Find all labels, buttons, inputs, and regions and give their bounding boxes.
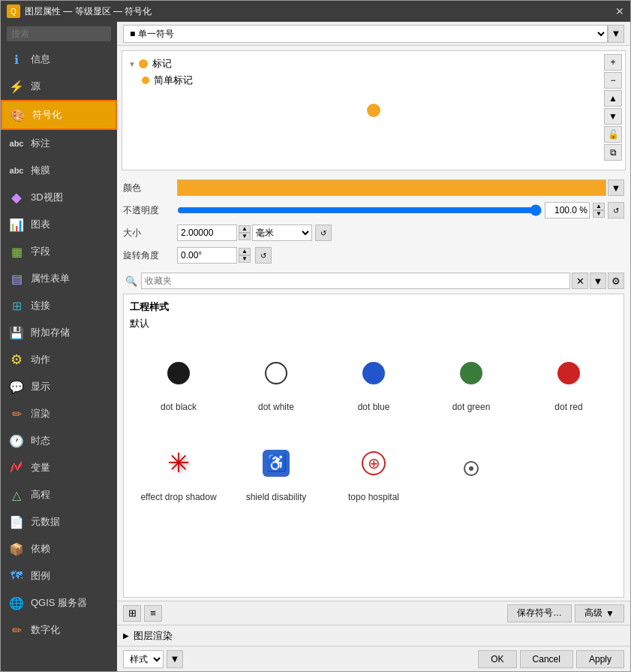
sidebar-item-elevation[interactable]: △ 高程 (1, 481, 117, 508)
dot-red-shape (557, 362, 580, 384)
symbol-cell-dot-blue[interactable]: dot blue (325, 336, 422, 426)
symbol-cell-effect-drop-shadow[interactable]: ✳ effect drop shadow (130, 426, 227, 517)
sidebar: ℹ 信息 ⚡ 源 🎨 符号化 abc 标注 abc 掩膜 ◆ 3D视图 (1, 22, 117, 671)
symbol-cell-topo-hospital[interactable]: ⊕ topo hospital (325, 426, 422, 517)
list-view-button[interactable]: ≡ (144, 605, 162, 622)
symbol-name-topo-hospital: topo hospital (348, 492, 399, 502)
grid-view-button[interactable]: ⊞ (123, 605, 141, 622)
search-input[interactable] (141, 273, 570, 289)
sidebar-search-input[interactable] (7, 26, 111, 41)
sidebar-item-info[interactable]: ℹ 信息 (1, 46, 117, 73)
style-dropdown-button[interactable]: ▼ (167, 650, 183, 668)
symbol-tree-row-root[interactable]: ▼ 标记 (128, 57, 619, 71)
search-icon: 🔍 (123, 273, 140, 289)
symbol-tree-row-child[interactable]: 简单标记 (128, 74, 619, 87)
sidebar-item-fields[interactable]: ▦ 字段 (1, 238, 117, 265)
lock-button[interactable]: 🔓 (604, 126, 622, 143)
action-icon: ⚙ (8, 351, 25, 368)
right-panel: ■ 单一符号 ▼ ▼ 标记 简单标记 (117, 22, 630, 671)
sidebar-item-render[interactable]: ✏ 渲染 (1, 400, 117, 427)
symbol-name-dot-white: dot white (258, 402, 294, 412)
sidebar-item-display[interactable]: 💬 显示 (1, 373, 117, 400)
save-symbol-button[interactable]: 保存符号… (507, 604, 572, 622)
advanced-button[interactable]: 高级 ▼ (575, 604, 624, 622)
symbol-cell-shield-disability[interactable]: ♿ shield disability (227, 426, 325, 517)
search-advanced-button[interactable]: ⚙ (608, 273, 624, 289)
opacity-row: 不透明度 100.0 % ▲ ▼ ↺ (123, 200, 624, 220)
size-unit-select[interactable]: 毫米 (252, 225, 312, 241)
move-down-button[interactable]: ▼ (604, 108, 622, 125)
remove-layer-button[interactable]: − (604, 72, 622, 89)
search-options-button[interactable]: ▼ (590, 273, 606, 289)
symbol-type-select[interactable]: ■ 单一符号 (123, 25, 608, 43)
apply-button[interactable]: Apply (576, 650, 624, 668)
sidebar-item-digitize[interactable]: ✏ 数字化 (1, 616, 117, 643)
rotation-reset-button[interactable]: ↺ (255, 247, 272, 264)
move-up-button[interactable]: ▲ (604, 90, 622, 107)
sidebar-item-time[interactable]: 🕐 时态 (1, 427, 117, 454)
sidebar-item-label-item[interactable]: abc 标注 (1, 130, 117, 157)
size-down-button[interactable]: ▼ (239, 233, 251, 240)
rotation-input[interactable]: 0.00° (177, 247, 237, 264)
opacity-down-button[interactable]: ▼ (593, 210, 605, 218)
shield-disability-shape: ♿ (263, 450, 290, 477)
color-dropdown-button[interactable]: ▼ (608, 179, 624, 196)
sidebar-item-variable[interactable]: 🗲 变量 (1, 454, 117, 481)
size-reset-button[interactable]: ↺ (315, 225, 332, 241)
sidebar-item-legend[interactable]: 🗺 图例 (1, 562, 117, 589)
sidebar-item-action[interactable]: ⚙ 动作 (1, 346, 117, 373)
sidebar-item-metadata[interactable]: 📄 元数据 (1, 508, 117, 535)
size-input[interactable]: 2.00000 (177, 225, 237, 241)
symbol-icon-dot-white (254, 351, 299, 396)
symbol-icon-dot-green (449, 351, 494, 396)
size-up-button[interactable]: ▲ (239, 225, 251, 233)
rotation-up-button[interactable]: ▲ (239, 248, 251, 255)
symbol-cell-dot-green[interactable]: dot green (422, 336, 520, 426)
sidebar-item-label: 依赖 (31, 542, 50, 556)
sidebar-item-addstorage[interactable]: 💾 附加存储 (1, 319, 117, 346)
title-bar: Q 图层属性 — 等级显区 — 符号化 ✕ (1, 1, 630, 22)
duplicate-button[interactable]: ⧉ (604, 144, 622, 161)
symbol-name-dot-green: dot green (452, 402, 491, 412)
opacity-slider[interactable] (177, 204, 542, 216)
rotation-down-button[interactable]: ▼ (239, 255, 251, 263)
sidebar-item-label: 显示 (31, 380, 50, 393)
search-clear-button[interactable]: ✕ (572, 273, 588, 289)
sidebar-item-mask[interactable]: abc 掩膜 (1, 157, 117, 184)
sidebar-item-label: QGIS 服务器 (31, 596, 87, 610)
sidebar-item-qgis-server[interactable]: 🌐 QGIS 服务器 (1, 589, 117, 616)
symbol-cell-dot-red[interactable]: dot red (520, 336, 617, 426)
dot-blue-shape (362, 362, 385, 384)
dot-green-shape (460, 362, 482, 384)
sidebar-item-attrform[interactable]: ▤ 属性表单 (1, 265, 117, 292)
ok-button[interactable]: OK (478, 650, 516, 668)
symbol-cell-dot-white[interactable]: dot white (227, 336, 325, 426)
opacity-up-button[interactable]: ▲ (593, 203, 605, 210)
size-row: 大小 2.00000 ▲ ▼ 毫米 ↺ (123, 223, 624, 243)
color-picker[interactable] (177, 179, 606, 196)
symbol-cell-dot-circle[interactable] (422, 426, 520, 517)
sidebar-item-label: 图例 (31, 569, 50, 583)
symbol-cell-dot-black[interactable]: dot black (130, 336, 227, 426)
advanced-dropdown-icon: ▼ (605, 608, 614, 619)
symbol-type-dropdown[interactable]: ▼ (608, 25, 624, 43)
source-icon: ⚡ (8, 78, 25, 95)
sidebar-item-source[interactable]: ⚡ 源 (1, 73, 117, 100)
layer-rendering-arrow[interactable]: ▶ (123, 631, 129, 640)
sidebar-item-chart[interactable]: 📊 图表 (1, 211, 117, 238)
add-layer-button[interactable]: + (604, 54, 622, 71)
sidebar-item-depend[interactable]: 📦 依赖 (1, 535, 117, 562)
close-button[interactable]: ✕ (615, 5, 624, 17)
cancel-button[interactable]: Cancel (520, 650, 573, 668)
opacity-value[interactable]: 100.0 % (545, 202, 590, 218)
default-title: 默认 (130, 317, 617, 330)
symbol-tree-root-label: 标记 (152, 57, 172, 71)
opacity-reset-button[interactable]: ↺ (608, 202, 624, 218)
sidebar-item-symbolize[interactable]: 🎨 符号化 (1, 100, 117, 130)
style-select[interactable]: 样式 (123, 650, 164, 668)
sidebar-item-3dview[interactable]: ◆ 3D视图 (1, 184, 117, 211)
main-content: ℹ 信息 ⚡ 源 🎨 符号化 abc 标注 abc 掩膜 ◆ 3D视图 (1, 22, 630, 671)
sidebar-item-label: 附加存储 (31, 326, 70, 339)
drop-shadow-shape: ✳ (167, 450, 190, 477)
sidebar-item-connect[interactable]: ⊞ 连接 (1, 292, 117, 319)
